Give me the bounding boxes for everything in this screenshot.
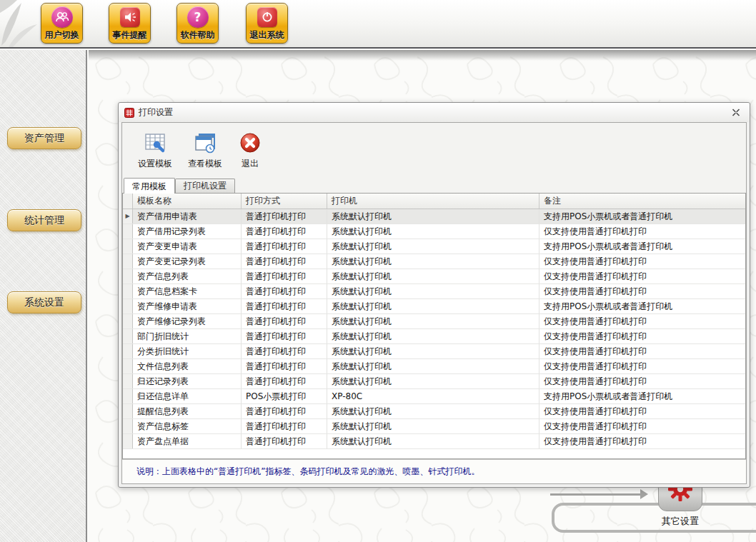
table-cell[interactable]: 普通打印机打印 <box>242 269 327 283</box>
table-row[interactable]: 资产变更记录列表普通打印机打印系统默认打印机仅支持使用普通打印机打印 <box>123 254 745 269</box>
row-selector[interactable]: ▶ <box>123 209 133 224</box>
table-row[interactable]: 资产借用记录列表普通打印机打印系统默认打印机仅支持使用普通打印机打印 <box>123 224 745 239</box>
table-row[interactable]: 资产信息列表普通打印机打印系统默认打印机仅支持使用普通打印机打印 <box>123 269 745 284</box>
table-cell[interactable]: 资产借用申请表 <box>133 209 242 224</box>
table-row[interactable]: 资产盘点单据普通打印机打印系统默认打印机仅支持使用普通打印机打印 <box>123 434 745 449</box>
sidebar-item-asset-management[interactable]: 资产管理 <box>7 127 81 149</box>
table-cell[interactable]: 普通打印机打印 <box>242 314 327 328</box>
table-row[interactable]: ▶资产借用申请表普通打印机打印系统默认打印机支持用POS小票机或者普通打印机 <box>123 209 745 224</box>
table-cell[interactable]: 仅支持使用普通打印机打印 <box>539 434 745 448</box>
table-cell[interactable]: 系统默认打印机 <box>327 419 539 433</box>
table-row[interactable]: 资产维修记录列表普通打印机打印系统默认打印机仅支持使用普通打印机打印 <box>123 314 745 329</box>
table-cell[interactable]: POS小票机打印 <box>242 389 327 403</box>
table-cell[interactable]: 普通打印机打印 <box>242 344 327 358</box>
sidebar-item-system-settings[interactable]: 系统设置 <box>7 291 81 313</box>
software-help-button[interactable]: ? 软件帮助 <box>176 3 219 44</box>
table-row[interactable]: 文件信息列表普通打印机打印系统默认打印机仅支持使用普通打印机打印 <box>123 359 745 374</box>
table-row[interactable]: 资产信息标签普通打印机打印系统默认打印机仅支持使用普通打印机打印 <box>123 419 745 434</box>
row-selector[interactable] <box>123 404 133 418</box>
table-cell[interactable]: 提醒信息列表 <box>133 404 242 418</box>
table-cell[interactable]: 普通打印机打印 <box>242 374 327 388</box>
row-selector[interactable] <box>123 224 133 239</box>
table-cell[interactable]: 支持用POS小票机或者普通打印机 <box>539 209 745 224</box>
table-cell[interactable]: 系统默认打印机 <box>327 224 539 239</box>
table-cell[interactable]: 支持用POS小票机或者普通打印机 <box>539 389 745 403</box>
table-cell[interactable]: 仅支持使用普通打印机打印 <box>539 224 745 239</box>
table-cell[interactable]: 普通打印机打印 <box>242 359 327 373</box>
close-icon[interactable] <box>730 107 741 118</box>
table-cell[interactable]: 系统默认打印机 <box>327 359 539 373</box>
table-cell[interactable]: XP-80C <box>327 389 539 403</box>
tab-printer-settings[interactable]: 打印机设置 <box>175 179 235 193</box>
row-selector[interactable] <box>123 419 133 433</box>
table-cell[interactable]: 归还信息详单 <box>133 389 242 403</box>
table-cell[interactable]: 资产信息列表 <box>133 269 242 283</box>
dialog-exit-button[interactable]: 退出 <box>232 129 268 173</box>
table-cell[interactable]: 仅支持使用普通打印机打印 <box>539 419 745 433</box>
dialog-titlebar[interactable]: 打印设置 <box>119 103 750 122</box>
row-selector[interactable] <box>123 344 133 358</box>
table-cell[interactable]: 部门折旧统计 <box>133 329 242 343</box>
table-cell[interactable]: 资产维修记录列表 <box>133 314 242 328</box>
table-cell[interactable]: 仅支持使用普通打印机打印 <box>539 254 745 269</box>
table-cell[interactable]: 系统默认打印机 <box>327 374 539 388</box>
table-cell[interactable]: 资产信息档案卡 <box>133 284 242 298</box>
table-cell[interactable]: 普通打印机打印 <box>242 434 327 448</box>
table-cell[interactable]: 系统默认打印机 <box>327 209 539 224</box>
row-selector[interactable] <box>123 389 133 403</box>
table-cell[interactable]: 普通打印机打印 <box>242 224 327 239</box>
table-cell[interactable]: 普通打印机打印 <box>242 284 327 298</box>
table-cell[interactable]: 仅支持使用普通打印机打印 <box>539 344 745 358</box>
exit-system-button[interactable]: 退出系统 <box>246 3 288 44</box>
header-template-name[interactable]: 模板名称 <box>133 194 242 209</box>
table-cell[interactable]: 资产变更申请表 <box>133 239 242 254</box>
row-selector[interactable] <box>123 284 133 298</box>
row-selector[interactable] <box>123 359 133 373</box>
table-cell[interactable]: 支持用POS小票机或者普通打印机 <box>539 299 745 313</box>
table-cell[interactable]: 系统默认打印机 <box>327 434 539 448</box>
row-selector[interactable] <box>123 254 133 269</box>
table-cell[interactable]: 普通打印机打印 <box>242 419 327 433</box>
table-cell[interactable]: 归还记录列表 <box>133 374 242 388</box>
view-template-button[interactable]: 查看模板 <box>182 129 228 173</box>
table-cell[interactable]: 仅支持使用普通打印机打印 <box>539 284 745 298</box>
table-cell[interactable]: 文件信息列表 <box>133 359 242 373</box>
row-selector[interactable] <box>123 269 133 283</box>
table-row[interactable]: 资产信息档案卡普通打印机打印系统默认打印机仅支持使用普通打印机打印 <box>123 284 745 299</box>
table-cell[interactable]: 系统默认打印机 <box>327 404 539 418</box>
event-alert-button[interactable]: 事件提醒 <box>109 3 151 44</box>
row-selector[interactable] <box>123 374 133 388</box>
row-selector[interactable] <box>123 434 133 448</box>
table-cell[interactable]: 仅支持使用普通打印机打印 <box>539 269 745 283</box>
table-row[interactable]: 提醒信息列表普通打印机打印系统默认打印机仅支持使用普通打印机打印 <box>123 404 745 419</box>
table-cell[interactable]: 系统默认打印机 <box>327 269 539 283</box>
table-cell[interactable]: 仅支持使用普通打印机打印 <box>539 359 745 373</box>
header-remarks[interactable]: 备注 <box>539 194 745 209</box>
table-cell[interactable]: 仅支持使用普通打印机打印 <box>539 329 745 343</box>
table-row[interactable]: 资产维修申请表普通打印机打印系统默认打印机支持用POS小票机或者普通打印机 <box>123 299 745 314</box>
row-selector[interactable] <box>123 329 133 343</box>
row-selector[interactable] <box>123 239 133 254</box>
sidebar-item-statistics-management[interactable]: 统计管理 <box>7 209 81 231</box>
table-cell[interactable]: 资产维修申请表 <box>133 299 242 313</box>
table-row[interactable]: 分类折旧统计普通打印机打印系统默认打印机仅支持使用普通打印机打印 <box>123 344 745 359</box>
table-cell[interactable]: 资产变更记录列表 <box>133 254 242 269</box>
table-cell[interactable]: 系统默认打印机 <box>327 329 539 343</box>
table-row[interactable]: 部门折旧统计普通打印机打印系统默认打印机仅支持使用普通打印机打印 <box>123 329 745 344</box>
table-cell[interactable]: 分类折旧统计 <box>133 344 242 358</box>
table-row[interactable]: 归还记录列表普通打印机打印系统默认打印机仅支持使用普通打印机打印 <box>123 374 745 389</box>
table-cell[interactable]: 普通打印机打印 <box>242 209 327 224</box>
table-cell[interactable]: 仅支持使用普通打印机打印 <box>539 314 745 328</box>
table-cell[interactable]: 系统默认打印机 <box>327 299 539 313</box>
table-cell[interactable]: 仅支持使用普通打印机打印 <box>539 374 745 388</box>
table-cell[interactable]: 系统默认打印机 <box>327 284 539 298</box>
table-cell[interactable]: 普通打印机打印 <box>242 404 327 418</box>
header-print-method[interactable]: 打印方式 <box>242 194 327 209</box>
header-printer[interactable]: 打印机 <box>327 194 539 209</box>
table-cell[interactable]: 普通打印机打印 <box>242 254 327 269</box>
row-selector[interactable] <box>123 314 133 328</box>
table-row[interactable]: 资产变更申请表普通打印机打印系统默认打印机支持用POS小票机或者普通打印机 <box>123 239 745 254</box>
row-selector[interactable] <box>123 299 133 313</box>
table-cell[interactable]: 普通打印机打印 <box>242 329 327 343</box>
table-cell[interactable]: 系统默认打印机 <box>327 239 539 254</box>
